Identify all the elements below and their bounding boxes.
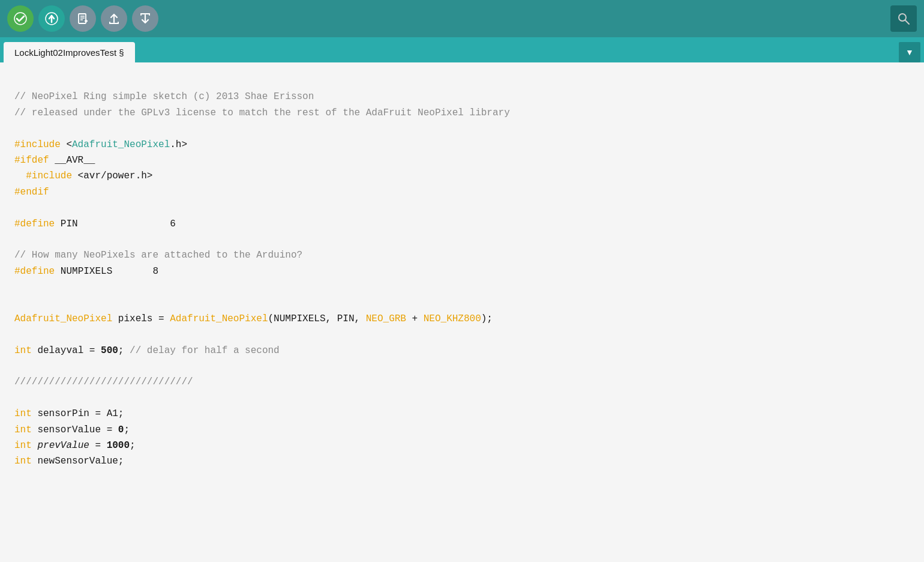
code-line-5: #ifdef xyxy=(14,155,49,166)
upload-button[interactable] xyxy=(38,5,65,32)
code-line-22a: int xyxy=(14,425,32,435)
svg-point-15 xyxy=(899,14,906,21)
code-line-17a: int xyxy=(14,345,32,356)
code-line-4: #include xyxy=(14,139,61,150)
tab-main[interactable]: LockLight02ImprovesTest § xyxy=(4,42,135,62)
code-line-9: #define xyxy=(14,219,55,229)
toolbar-right xyxy=(890,5,917,32)
code-line-12: #define xyxy=(14,266,55,277)
code-line-7: #endif xyxy=(14,187,49,198)
code-line-2: // released under the GPLv3 license to m… xyxy=(14,107,510,118)
code-line-21a: int xyxy=(14,408,32,419)
open-button[interactable] xyxy=(101,5,127,32)
search-button[interactable] xyxy=(890,5,917,32)
tab-label: LockLight02ImprovesTest § xyxy=(14,47,124,58)
code-line-24a: int xyxy=(14,456,32,467)
code-line-19: /////////////////////////////// xyxy=(14,376,193,387)
verify-button[interactable] xyxy=(7,5,34,32)
svg-rect-3 xyxy=(79,14,86,23)
toolbar xyxy=(0,0,924,37)
code-line-23a: int xyxy=(14,440,32,451)
code-line-11: // How many NeoPixels are attached to th… xyxy=(14,250,302,261)
tabbar: LockLight02ImprovesTest § ▼ xyxy=(0,37,924,62)
tab-dropdown-button[interactable]: ▼ xyxy=(899,42,920,62)
chevron-down-icon: ▼ xyxy=(905,47,914,57)
code-line-15a: Adafruit_NeoPixel xyxy=(14,313,112,324)
code-line-1: // NeoPixel Ring simple sketch (c) 2013 … xyxy=(14,91,314,102)
new-button[interactable] xyxy=(70,5,96,32)
save-button[interactable] xyxy=(132,5,158,32)
svg-line-16 xyxy=(905,20,909,24)
code-editor[interactable]: // NeoPixel Ring simple sketch (c) 2013 … xyxy=(0,62,924,562)
